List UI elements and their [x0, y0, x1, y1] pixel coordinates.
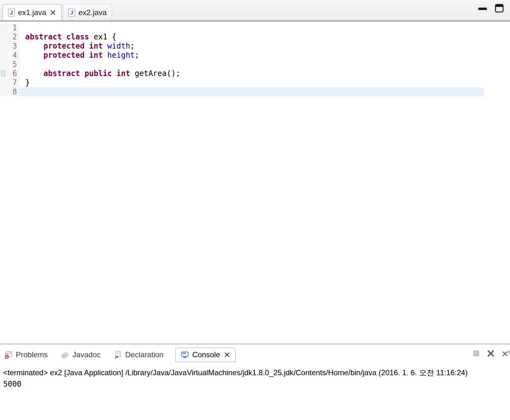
- line-number: 4: [6, 51, 20, 60]
- code-line-3[interactable]: 3 protected int width;: [0, 42, 510, 51]
- view-tab-console[interactable]: Console: [175, 347, 235, 362]
- line-marker-icon[interactable]: [1, 71, 5, 76]
- console-output: 5000: [0, 378, 510, 388]
- code-token: [25, 42, 44, 50]
- problems-icon: [4, 351, 13, 359]
- tab-label: ex1.java: [18, 8, 46, 17]
- view-tab-declaration[interactable]: Declaration: [113, 348, 165, 361]
- annotation-ruler: [0, 42, 6, 51]
- code-token: [25, 69, 44, 78]
- code-editor[interactable]: 12abstract class ex1 {3 protected int wi…: [0, 22, 510, 344]
- svg-text:J: J: [10, 10, 13, 16]
- line-number: 5: [6, 60, 20, 69]
- code-text: [20, 23, 25, 32]
- console-tabs: Problems@JavadocDeclarationConsole: [3, 347, 235, 362]
- code-token: }: [25, 78, 30, 87]
- code-text: }: [20, 78, 30, 87]
- remove-all-terminated-icon[interactable]: [502, 349, 510, 358]
- editor-tab-ex1.java[interactable]: Jex1.java: [3, 4, 62, 20]
- line-number: 3: [6, 42, 20, 51]
- annotation-ruler: [0, 51, 6, 60]
- tab-close-icon[interactable]: [224, 352, 230, 358]
- code-token: ;: [130, 42, 134, 50]
- line-number: 8: [6, 87, 20, 96]
- svg-text:@: @: [62, 351, 68, 359]
- code-token: height: [107, 51, 135, 60]
- code-line-2[interactable]: 2abstract class ex1 {: [0, 32, 510, 42]
- code-line-8[interactable]: 8: [0, 87, 510, 96]
- code-token: ex1 {: [94, 32, 116, 41]
- editor-tabs: Jex1.javaJex2.java: [3, 4, 113, 20]
- annotation-ruler: [0, 23, 6, 32]
- code-line-5[interactable]: 5: [0, 60, 510, 69]
- line-number: 1: [6, 23, 20, 32]
- javadoc-icon: @: [61, 351, 69, 359]
- console-icon: [181, 351, 189, 359]
- minimize-icon[interactable]: [478, 7, 487, 11]
- annotation-ruler: [0, 32, 6, 42]
- gray-square-icon[interactable]: [473, 350, 480, 357]
- editor-tab-ex2.java[interactable]: Jex2.java: [63, 4, 112, 20]
- view-tab-javadoc[interactable]: @Javadoc: [60, 348, 102, 361]
- line-number: 7: [6, 78, 20, 87]
- code-token: width: [107, 42, 130, 50]
- console-toolbar: [473, 349, 510, 358]
- code-token: protected int: [44, 51, 107, 60]
- line-number: 2: [6, 32, 20, 42]
- annotation-ruler: [0, 69, 6, 78]
- tab-label: Javadoc: [72, 350, 100, 359]
- tab-label: Console: [192, 350, 220, 359]
- code-lines: 12abstract class ex1 {3 protected int wi…: [0, 23, 510, 96]
- window-controls: [478, 4, 504, 13]
- code-token: getArea();: [135, 69, 181, 78]
- code-text: abstract public int getArea();: [20, 69, 180, 78]
- tab-label: Declaration: [125, 350, 163, 359]
- tab-label: Problems: [16, 350, 48, 359]
- close-console-icon[interactable]: [487, 349, 495, 358]
- code-text: [20, 60, 25, 69]
- code-text: [20, 87, 25, 96]
- code-line-4[interactable]: 4 protected int height;: [0, 51, 510, 60]
- tab-close-icon[interactable]: [50, 9, 56, 16]
- annotation-ruler: [0, 87, 6, 96]
- code-line-6[interactable]: 6 abstract public int getArea();: [0, 69, 510, 78]
- console-tab-bar: Problems@JavadocDeclarationConsole: [0, 345, 510, 365]
- tab-label: ex2.java: [78, 8, 106, 17]
- code-token: protected int: [44, 42, 107, 50]
- svg-text:J: J: [70, 10, 73, 16]
- console-view: Problems@JavadocDeclarationConsole <term…: [0, 345, 510, 420]
- declaration-icon: [114, 351, 122, 359]
- editor-area: Jex1.javaJex2.java 12abstract class ex1 …: [0, 0, 510, 344]
- code-token: abstract public int: [44, 69, 135, 78]
- console-process-header: <terminated> ex2 [Java Application] /Lib…: [0, 365, 510, 378]
- maximize-icon[interactable]: [495, 4, 504, 13]
- view-tab-problems[interactable]: Problems: [3, 348, 49, 361]
- annotation-ruler: [0, 78, 6, 87]
- code-token: [25, 51, 44, 60]
- java-file-icon: J: [68, 9, 75, 17]
- code-text: abstract class ex1 {: [20, 32, 116, 42]
- editor-tab-bar: Jex1.javaJex2.java: [0, 0, 510, 21]
- code-token: ;: [135, 51, 139, 60]
- line-number: 6: [6, 69, 20, 78]
- code-text: protected int width;: [20, 42, 135, 51]
- code-text: protected int height;: [20, 51, 139, 60]
- code-line-7[interactable]: 7}: [0, 78, 510, 87]
- code-line-1[interactable]: 1: [0, 23, 510, 32]
- java-file-icon: J: [8, 9, 15, 17]
- code-token: abstract class: [25, 32, 94, 41]
- annotation-ruler: [0, 60, 6, 69]
